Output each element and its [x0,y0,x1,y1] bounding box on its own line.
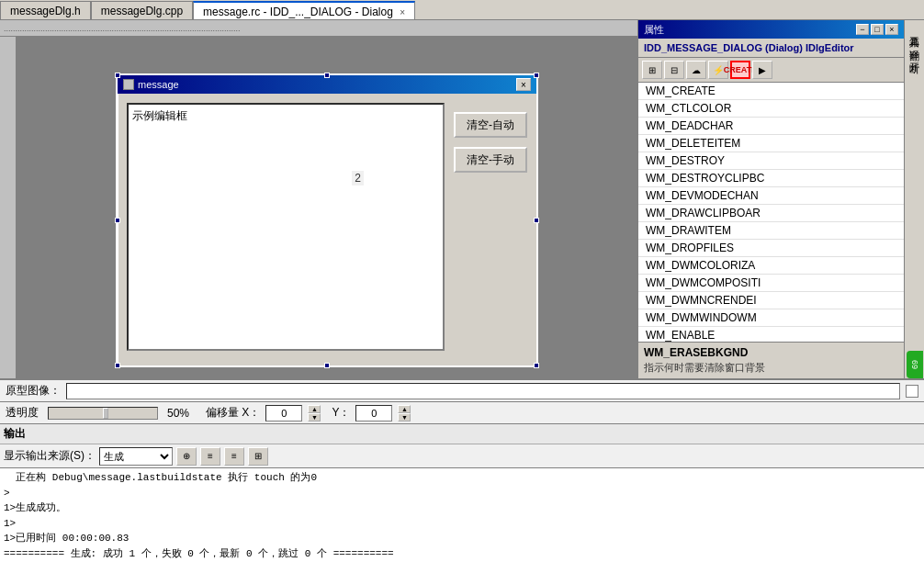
offset-x-up[interactable]: ▲ [308,405,321,413]
offset-x-spinner[interactable]: ▲ ▼ [308,405,321,422]
resize-handle-bl[interactable] [115,363,120,368]
right-sidebar: 工具箱 翻译 断开 69 [904,20,924,378]
output-toolbar: 显示输出来源(S)： 生成 ⊕ ≡ ≡ ⊞ [0,444,924,468]
ruler-horizontal: ........................................… [0,20,637,37]
prop-toolbar-btn-3[interactable]: ☁ [686,61,706,79]
output-line-5: 1>已用时间 00:00:00.83 [4,531,920,546]
prototype-row: 原型图像： [0,380,924,402]
properties-close-button[interactable]: × [885,24,898,35]
prop-item-ctlcolor[interactable]: WM_CTLCOLOR [638,100,904,118]
sidebar-disconnect[interactable]: 断开 [906,50,923,61]
offset-y-down[interactable]: ▼ [398,413,411,422]
clear-manual-button[interactable]: 清空-手动 [454,147,527,173]
resize-handle-tm[interactable] [324,73,330,78]
resize-handle-tr[interactable] [534,73,539,78]
offset-y-up[interactable]: ▲ [398,405,411,413]
prop-item-drawclipboar[interactable]: WM_DRAWCLIPBOAR [638,205,904,222]
output-line-2: > [4,486,920,501]
offset-y-label: Y： [332,405,350,421]
prototype-input[interactable] [66,383,900,399]
tab-bar: messageDlg.h messageDlg.cpp message.rc -… [0,0,924,20]
prop-item-dwmwindowm[interactable]: WM_DWMWINDOWM [638,309,904,327]
properties-float-button[interactable]: □ [871,24,884,35]
output-btn-wrap[interactable]: ⊞ [248,447,268,466]
prop-item-deleteitem[interactable]: WM_DELETEITEM [638,135,904,152]
resize-handle-br[interactable] [534,363,539,368]
properties-footer: WM_ERASEBKGND 指示何时需要清除窗口背景 [638,342,904,378]
offset-x-label: 偏移量 X： [206,405,260,421]
output-section: 输出 显示输出来源(S)： 生成 ⊕ ≡ ≡ ⊞ 正在构 Debug\messa… [0,424,924,562]
prop-toolbar-create[interactable]: CREATE [730,61,750,79]
output-source-select[interactable]: 生成 [99,447,173,466]
resize-handle-mr[interactable] [534,218,539,223]
prop-item-deadchar[interactable]: WM_DEADCHAR [638,118,904,135]
editor-area: ........................................… [0,20,637,378]
number-badge: 2 [352,171,364,185]
output-line-3: 1>生成成功。 [4,500,920,516]
offset-x-down[interactable]: ▼ [308,413,321,422]
prop-item-dwmncrendei[interactable]: WM_DWMNCRENDEI [638,292,904,309]
sidebar-toolbox[interactable]: 工具箱 [906,24,923,35]
offset-x-input[interactable] [265,405,302,422]
properties-pin-button[interactable]: − [856,24,869,35]
opacity-value: 50% [167,407,189,420]
prop-item-drawitem[interactable]: WM_DRAWITEM [638,222,904,240]
dialog-title-icon [123,79,134,90]
output-btn-1[interactable]: ⊕ [176,447,197,466]
prop-toolbar-btn-1[interactable]: ⊞ [642,61,662,79]
opacity-row: 透明度 50% 偏移量 X： ▲ ▼ Y： ▲ ▼ [0,402,924,424]
properties-toolbar: ⊞ ⊟ ☁ ⚡ CREATE ▶ [638,58,904,83]
dialog-preview: message × 示例编辑框 清空-自动 清空-手动 [116,73,538,367]
tab-messagedlg-h[interactable]: messageDlg.h [0,1,91,19]
tab-close-icon[interactable]: × [400,6,405,20]
properties-footer-desc: 指示何时需要清除窗口背景 [644,361,898,375]
tab-messagedlg-cpp[interactable]: messageDlg.cpp [91,1,193,19]
properties-list[interactable]: WM_CREATEWM_CTLCOLORWM_DEADCHARWM_DELETE… [638,83,904,342]
editor-canvas-wrapper: message × 示例编辑框 清空-自动 清空-手动 [0,37,637,378]
prop-item-dwmcoloriza[interactable]: WM_DWMCOLORIZA [638,257,904,275]
edit-label: 示例编辑框 [132,108,187,124]
output-content[interactable]: 正在构 Debug\message.lastbuildstate 执行 touc… [0,468,924,562]
properties-titlebar: 属性 − □ × [638,20,904,39]
dialog-buttons: 清空-自动 清空-手动 [454,103,527,351]
output-line-1: 正在构 Debug\message.lastbuildstate 执行 touc… [4,470,920,486]
opacity-slider[interactable] [48,407,158,420]
prop-item-enable[interactable]: WM_ENABLE [638,327,904,342]
offset-y-input[interactable] [355,405,392,422]
dialog-titlebar: message × [118,75,536,94]
output-line-4: 1> [4,516,920,532]
sidebar-translate[interactable]: 翻译 [906,37,923,48]
offset-y-spinner[interactable]: ▲ ▼ [398,405,411,422]
output-btn-2[interactable]: ≡ [200,447,220,466]
resize-handle-bm[interactable] [324,363,330,368]
main-area: ........................................… [0,20,924,378]
prop-item-dropfiles[interactable]: WM_DROPFILES [638,240,904,257]
prop-item-destroy[interactable]: WM_DESTROY [638,152,904,170]
output-line-6: ========== 生成: 成功 1 个，失败 0 个，最新 0 个，跳过 0… [4,546,920,562]
prototype-checkbox[interactable] [906,385,918,398]
clear-auto-button[interactable]: 清空-自动 [454,112,527,138]
output-btn-align[interactable]: ≡ [224,447,244,466]
dialog-title-text: message [138,79,179,90]
resize-handle-tl[interactable] [115,73,120,78]
prototype-label: 原型图像： [6,383,61,399]
editor-canvas[interactable]: message × 示例编辑框 清空-自动 清空-手动 [17,37,637,378]
bottom-area: 原型图像： 透明度 50% 偏移量 X： ▲ ▼ Y： ▲ ▼ 输出 显示输出来… [0,378,924,562]
properties-title-text: 属性 [644,23,664,37]
prop-item-dwmcompositi[interactable]: WM_DWMCOMPOSITI [638,275,904,292]
prop-item-destroyclipbc[interactable]: WM_DESTROYCLIPBC [638,170,904,187]
output-source-label: 显示输出来源(S)： [4,448,96,464]
properties-footer-title: WM_ERASEBKGND [644,346,898,359]
resize-handle-ml[interactable] [115,218,120,223]
properties-panel: 属性 − □ × IDD_MESSAGE_DIALOG (Dialog) IDl… [637,20,904,378]
prop-item-create[interactable]: WM_CREATE [638,83,904,100]
dialog-close-button[interactable]: × [516,78,531,91]
green-badge[interactable]: 69 [907,351,923,378]
prop-toolbar-btn-2[interactable]: ⊟ [664,61,684,79]
prop-item-devmodechan[interactable]: WM_DEVMODECHAN [638,187,904,205]
slider-thumb [103,408,108,419]
prop-toolbar-btn-6[interactable]: ▶ [752,61,772,79]
tab-message-rc[interactable]: message.rc - IDD_..._DIALOG - Dialog × [193,1,415,19]
edit-control[interactable]: 示例编辑框 [127,103,445,351]
output-title: 输出 [0,424,924,444]
